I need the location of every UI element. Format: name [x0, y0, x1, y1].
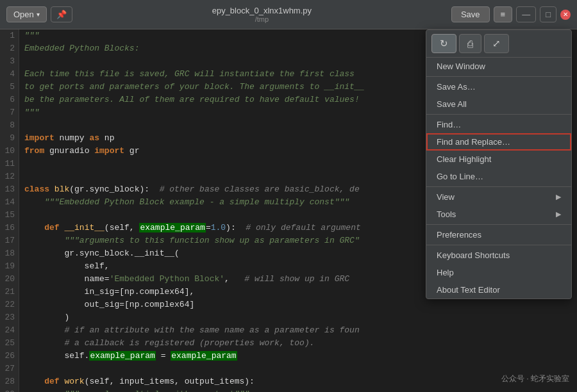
menu-view[interactable]: View ▶ [426, 188, 571, 206]
menu-divider-5 [426, 245, 571, 245]
tools-label: Tools [437, 209, 456, 219]
save-as-label: Save As… [437, 82, 476, 92]
menu-about[interactable]: About Text Editor [426, 281, 571, 298]
help-label: Help [437, 268, 454, 277]
menu-divider-3 [426, 186, 571, 187]
watermark-text: 公众号 · 蛇矛实验室 [501, 374, 569, 383]
open-label: Open [13, 10, 34, 19]
menu-find[interactable]: Find… [426, 116, 571, 133]
menu-keyboard-shortcuts[interactable]: Keyboard Shortcuts [426, 247, 571, 264]
menu-help[interactable]: Help [426, 264, 571, 281]
keyboard-shortcuts-label: Keyboard Shortcuts [437, 250, 510, 260]
go-to-line-label: Go to Line… [437, 172, 483, 181]
tools-arrow-icon: ▶ [556, 210, 561, 218]
title-center: epy_block_0_xlnx1whm.py /tmp [72, 6, 451, 23]
view-label: View [437, 192, 455, 202]
save-all-label: Save All [437, 99, 467, 109]
menu-divider-2 [426, 114, 571, 115]
menu-new-window[interactable]: New Window [426, 58, 571, 75]
menu-clear-highlight[interactable]: Clear Highlight [426, 151, 571, 168]
menu-find-replace[interactable]: Find and Replace… [426, 133, 571, 151]
menu-tools[interactable]: Tools ▶ [426, 206, 571, 223]
menu-divider-4 [426, 224, 571, 225]
menu-save-as[interactable]: Save As… [426, 78, 571, 95]
clear-highlight-label: Clear Highlight [437, 154, 491, 164]
new-window-label: New Window [437, 61, 485, 71]
dropdown-menu: ↻ ⎙ ⤢ New Window Save As… Save All Find…… [426, 29, 572, 299]
minimize-button[interactable]: — [516, 6, 536, 22]
watermark: 公众号 · 蛇矛实验室 [501, 373, 569, 384]
expand-icon-button[interactable]: ⤢ [484, 34, 509, 53]
menu-preferences[interactable]: Preferences [426, 226, 571, 243]
window-controls: Save ≡ — □ ✕ [451, 6, 571, 22]
line-numbers: 1 2 3 4 5 6 7 8 9 10 11 12 13 14 15 16 1… [0, 29, 19, 392]
hamburger-menu-button[interactable]: ≡ [494, 6, 513, 22]
menu-top-icons: ↻ ⎙ ⤢ [426, 30, 571, 58]
find-replace-label: Find and Replace… [437, 137, 510, 147]
save-button[interactable]: Save [451, 6, 490, 22]
pin-button[interactable]: 📌 [51, 6, 72, 22]
menu-go-to-line[interactable]: Go to Line… [426, 168, 571, 185]
path-label: /tmp [72, 15, 451, 23]
filename-label: epy_block_0_xlnx1whm.py [72, 6, 451, 15]
open-arrow-icon: ▾ [37, 11, 40, 18]
menu-save-all[interactable]: Save All [426, 95, 571, 113]
menu-divider-1 [426, 76, 571, 77]
title-bar: Open ▾ 📌 epy_block_0_xlnx1whm.py /tmp Sa… [0, 0, 577, 29]
maximize-button[interactable]: □ [540, 6, 556, 22]
preferences-label: Preferences [437, 230, 481, 240]
refresh-icon-button[interactable]: ↻ [431, 34, 456, 53]
about-label: About Text Editor [437, 285, 500, 295]
view-arrow-icon: ▶ [556, 193, 561, 201]
print-icon-button[interactable]: ⎙ [459, 34, 481, 53]
close-button[interactable]: ✕ [560, 10, 571, 20]
find-label: Find… [437, 120, 461, 129]
open-button[interactable]: Open ▾ [6, 6, 47, 22]
